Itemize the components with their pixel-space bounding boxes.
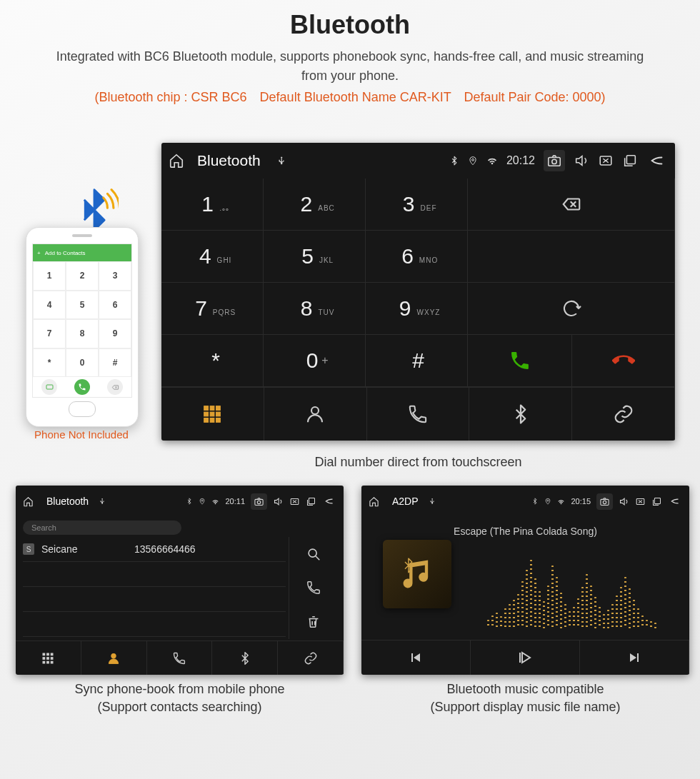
- volume-button[interactable]: [273, 496, 284, 507]
- nav-bar: [16, 640, 344, 675]
- call-button[interactable]: [468, 335, 572, 387]
- location-status-icon: [544, 498, 551, 505]
- dialer-caption: Dial number direct from touchscreen: [161, 453, 675, 471]
- status-bar: Bluetooth 20:11: [16, 486, 344, 517]
- usb-icon: [429, 498, 436, 505]
- nav-dialpad[interactable]: [161, 387, 264, 441]
- recent-apps-button[interactable]: [651, 496, 662, 507]
- nav-bluetooth[interactable]: [212, 640, 278, 675]
- contact-list[interactable]: S Seicane 13566664466: [23, 537, 286, 639]
- svg-rect-17: [46, 385, 53, 389]
- dial-key-8[interactable]: 8TUV: [264, 283, 366, 335]
- nav-pair[interactable]: [278, 640, 344, 675]
- contacts-screen: Bluetooth 20:11 Search: [16, 486, 344, 675]
- dial-key-7[interactable]: 7PQRS: [161, 283, 264, 335]
- music-controls: [361, 640, 689, 675]
- nav-calls[interactable]: [147, 640, 213, 675]
- dial-key-5[interactable]: 5JKL: [264, 231, 366, 283]
- screenshot-button[interactable]: [544, 150, 565, 171]
- location-status-icon: [199, 498, 206, 505]
- music-screen: A2DP 20:15 Escape (The Pina Colada Song): [361, 486, 689, 675]
- back-button[interactable]: [646, 153, 668, 169]
- phone-key: 0: [66, 348, 99, 378]
- volume-button[interactable]: [574, 153, 589, 169]
- visualizer: [469, 550, 675, 628]
- contact-initial-badge: S: [23, 543, 34, 555]
- search-button[interactable]: [289, 546, 338, 562]
- delete-button[interactable]: [289, 614, 338, 630]
- status-bar: Bluetooth 20:12: [161, 143, 675, 179]
- phone-app-header: +Add to Contacts: [33, 244, 131, 261]
- dial-key-4[interactable]: 4GHI: [161, 231, 264, 283]
- home-icon[interactable]: [169, 153, 184, 169]
- usb-icon: [99, 498, 106, 505]
- dial-key-1[interactable]: 1․ₒₒ: [161, 179, 264, 231]
- dial-pad: 1․ₒₒ 2ABC 3DEF 4GHI 5JKL 6MNO 7PQRS 8TUV…: [161, 179, 675, 387]
- call-button[interactable]: [289, 580, 338, 595]
- nav-contacts[interactable]: [264, 387, 367, 441]
- search-input[interactable]: Search: [23, 521, 181, 535]
- status-bar: A2DP 20:15: [361, 486, 689, 517]
- nav-bluetooth[interactable]: [469, 387, 572, 441]
- hangup-button[interactable]: [572, 335, 675, 387]
- home-icon[interactable]: [369, 496, 379, 507]
- wifi-status-icon: [211, 498, 219, 506]
- sync-button[interactable]: [468, 283, 675, 335]
- bluetooth-status-icon: [531, 498, 539, 505]
- bluetooth-status-icon: [186, 498, 193, 505]
- contact-number: 13566664466: [134, 543, 196, 555]
- play-pause-button[interactable]: [471, 640, 580, 675]
- dial-key-3[interactable]: 3DEF: [366, 179, 468, 231]
- phone-sms-icon: [41, 379, 57, 395]
- close-app-button[interactable]: [289, 496, 300, 507]
- dial-key-2[interactable]: 2ABC: [264, 179, 366, 231]
- list-item: [23, 587, 286, 612]
- recent-apps-button[interactable]: [306, 496, 316, 507]
- phone-key: 6: [99, 291, 131, 320]
- phone-mockup: +Add to Contacts 123456789*0#: [26, 227, 139, 427]
- dial-key-0[interactable]: 0+: [264, 335, 366, 387]
- next-track-button[interactable]: [580, 640, 689, 675]
- phone-earpiece: [26, 228, 138, 243]
- page-subtitle: Integrated with BC6 Bluetooth module, su…: [50, 47, 650, 86]
- location-status-icon: [468, 156, 478, 166]
- phone-key: #: [99, 348, 131, 378]
- dial-key-star[interactable]: *: [161, 335, 264, 387]
- phone-key: 2: [66, 261, 99, 291]
- side-tools: [289, 537, 338, 639]
- phone-dial-icon: [74, 379, 90, 395]
- phone-key: 8: [66, 319, 99, 348]
- dialer-screen: Bluetooth 20:12 1․ₒₒ 2ABC 3DEF 4GHI 5JKL…: [161, 143, 675, 441]
- phone-key: 4: [33, 291, 66, 320]
- phone-key: *: [33, 348, 66, 378]
- blank-key: [468, 231, 675, 283]
- bluetooth-status-icon: [449, 156, 459, 166]
- music-panel: A2DP 20:15 Escape (The Pina Colada Song): [361, 486, 689, 716]
- screen-title: A2DP: [392, 496, 419, 507]
- list-item[interactable]: S Seicane 13566664466: [23, 537, 286, 562]
- volume-button[interactable]: [619, 496, 629, 507]
- screenshot-button[interactable]: [251, 493, 267, 510]
- nav-pair[interactable]: [572, 387, 675, 441]
- phone-home-button: [26, 398, 138, 421]
- back-button[interactable]: [668, 496, 682, 506]
- contact-name: Seicane: [41, 543, 134, 555]
- screenshot-button[interactable]: [596, 493, 613, 510]
- close-app-button[interactable]: [598, 153, 614, 169]
- nav-dialpad[interactable]: [16, 640, 81, 675]
- dial-key-6[interactable]: 6MNO: [366, 231, 468, 283]
- usb-icon: [276, 156, 286, 166]
- page-title: Bluetooth: [0, 10, 700, 40]
- prev-track-button[interactable]: [361, 640, 471, 675]
- recent-apps-button[interactable]: [622, 153, 638, 169]
- home-icon[interactable]: [23, 496, 34, 507]
- nav-contacts[interactable]: [81, 640, 147, 675]
- dial-key-hash[interactable]: #: [366, 335, 468, 387]
- back-button[interactable]: [322, 496, 336, 506]
- nav-calls[interactable]: [367, 387, 470, 441]
- close-app-button[interactable]: [635, 496, 646, 507]
- backspace-button[interactable]: [468, 179, 675, 231]
- screen-title: Bluetooth: [46, 496, 89, 507]
- dial-key-9[interactable]: 9WXYZ: [366, 283, 468, 335]
- list-item: [23, 562, 286, 587]
